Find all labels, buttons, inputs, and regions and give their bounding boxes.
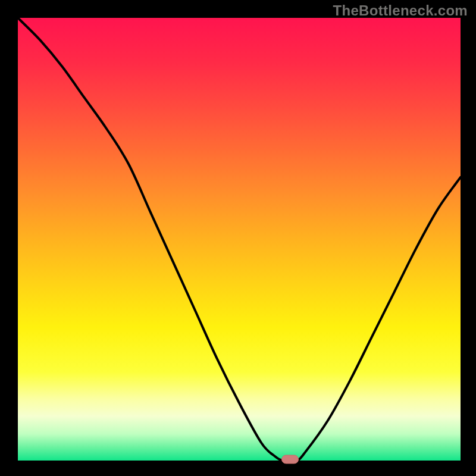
optimal-point-marker	[282, 455, 299, 464]
bottleneck-chart	[0, 0, 476, 476]
chart-frame: { "watermark": "TheBottleneck.com", "col…	[0, 0, 476, 476]
watermark-text: TheBottleneck.com	[333, 2, 468, 19]
plot-background	[18, 18, 461, 461]
